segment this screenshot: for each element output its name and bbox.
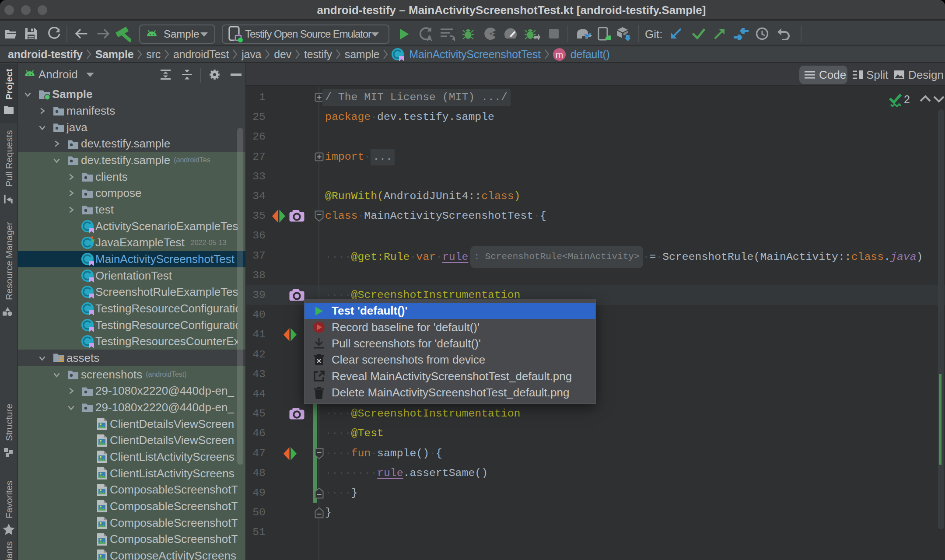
svg-text:m: m [555,49,563,60]
svg-text:A: A [427,34,432,42]
